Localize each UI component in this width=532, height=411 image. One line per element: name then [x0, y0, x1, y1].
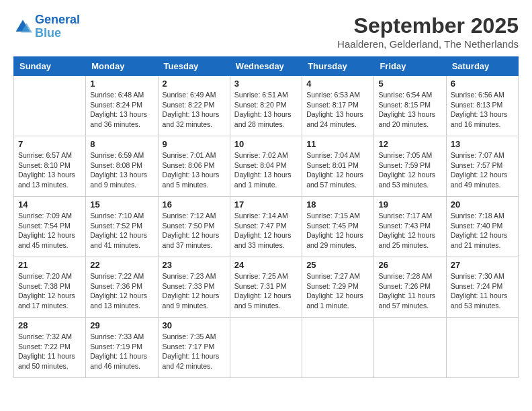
day-number: 9 — [163, 139, 226, 149]
day-number: 30 — [163, 320, 226, 330]
day-number: 21 — [18, 260, 81, 270]
day-cell-13: 13Sunrise: 7:07 AMSunset: 7:57 PMDayligh… — [446, 136, 518, 197]
day-number: 6 — [451, 79, 514, 89]
day-info: Sunrise: 6:51 AMSunset: 8:20 PMDaylight:… — [234, 90, 298, 130]
day-info: Sunrise: 7:09 AMSunset: 7:54 PMDaylight:… — [18, 211, 81, 250]
day-cell-16: 16Sunrise: 7:12 AMSunset: 7:50 PMDayligh… — [158, 197, 230, 257]
day-cell-1: 1Sunrise: 6:48 AMSunset: 8:24 PMDaylight… — [86, 76, 158, 136]
day-cell-7: 7Sunrise: 6:57 AMSunset: 8:10 PMDaylight… — [14, 136, 86, 197]
day-info: Sunrise: 7:15 AMSunset: 7:45 PMDaylight:… — [306, 211, 369, 250]
empty-cell — [374, 318, 446, 378]
calendar: SundayMondayTuesdayWednesdayThursdayFrid… — [13, 56, 519, 378]
day-info: Sunrise: 6:49 AMSunset: 8:22 PMDaylight:… — [163, 90, 226, 130]
day-info: Sunrise: 7:30 AMSunset: 7:24 PMDaylight:… — [451, 271, 514, 311]
day-info: Sunrise: 7:05 AMSunset: 7:59 PMDaylight:… — [378, 150, 441, 190]
day-info: Sunrise: 7:10 AMSunset: 7:52 PMDaylight:… — [90, 211, 153, 250]
day-number: 16 — [163, 199, 226, 210]
day-cell-23: 23Sunrise: 7:23 AMSunset: 7:33 PMDayligh… — [158, 257, 230, 318]
empty-cell — [14, 76, 86, 136]
day-cell-20: 20Sunrise: 7:18 AMSunset: 7:40 PMDayligh… — [446, 197, 518, 257]
day-number: 26 — [378, 260, 441, 270]
day-cell-26: 26Sunrise: 7:28 AMSunset: 7:26 PMDayligh… — [374, 257, 446, 318]
page-header: General Blue September 2025 Haalderen, G… — [13, 13, 519, 50]
day-cell-5: 5Sunrise: 6:54 AMSunset: 8:15 PMDaylight… — [374, 76, 446, 136]
day-number: 11 — [306, 139, 369, 149]
week-row-1: 1Sunrise: 6:48 AMSunset: 8:24 PMDaylight… — [14, 76, 519, 136]
day-info: Sunrise: 7:32 AMSunset: 7:22 PMDaylight:… — [18, 332, 81, 371]
day-number: 15 — [90, 199, 153, 210]
week-row-5: 28Sunrise: 7:32 AMSunset: 7:22 PMDayligh… — [14, 318, 519, 378]
day-info: Sunrise: 7:17 AMSunset: 7:43 PMDaylight:… — [378, 211, 441, 250]
empty-cell — [302, 318, 374, 378]
day-cell-9: 9Sunrise: 7:01 AMSunset: 8:06 PMDaylight… — [158, 136, 230, 197]
weekday-header-tuesday: Tuesday — [158, 57, 230, 76]
day-number: 10 — [234, 139, 298, 149]
day-cell-30: 30Sunrise: 7:35 AMSunset: 7:17 PMDayligh… — [158, 318, 230, 378]
day-info: Sunrise: 7:01 AMSunset: 8:06 PMDaylight:… — [163, 150, 226, 190]
day-number: 5 — [378, 79, 441, 89]
day-number: 22 — [90, 260, 153, 270]
day-info: Sunrise: 6:48 AMSunset: 8:24 PMDaylight:… — [90, 90, 153, 130]
day-number: 13 — [451, 139, 514, 149]
weekday-header-friday: Friday — [374, 57, 446, 76]
day-cell-18: 18Sunrise: 7:15 AMSunset: 7:45 PMDayligh… — [302, 197, 374, 257]
logo-text: General Blue — [35, 13, 80, 40]
title-block: September 2025 Haalderen, Gelderland, Th… — [337, 13, 519, 50]
day-number: 28 — [18, 320, 81, 330]
day-info: Sunrise: 7:22 AMSunset: 7:36 PMDaylight:… — [90, 271, 153, 311]
day-cell-29: 29Sunrise: 7:33 AMSunset: 7:19 PMDayligh… — [86, 318, 158, 378]
day-cell-19: 19Sunrise: 7:17 AMSunset: 7:43 PMDayligh… — [374, 197, 446, 257]
day-info: Sunrise: 7:04 AMSunset: 8:01 PMDaylight:… — [306, 150, 369, 190]
day-number: 29 — [90, 320, 153, 330]
day-info: Sunrise: 6:53 AMSunset: 8:17 PMDaylight:… — [306, 90, 369, 130]
day-number: 27 — [451, 260, 514, 270]
day-info: Sunrise: 7:35 AMSunset: 7:17 PMDaylight:… — [163, 332, 226, 371]
day-info: Sunrise: 6:54 AMSunset: 8:15 PMDaylight:… — [378, 90, 441, 130]
day-number: 25 — [306, 260, 369, 270]
day-cell-27: 27Sunrise: 7:30 AMSunset: 7:24 PMDayligh… — [446, 257, 518, 318]
weekday-header-wednesday: Wednesday — [230, 57, 302, 76]
day-number: 4 — [306, 79, 369, 89]
empty-cell — [230, 318, 302, 378]
day-info: Sunrise: 7:28 AMSunset: 7:26 PMDaylight:… — [378, 271, 441, 311]
day-number: 23 — [163, 260, 226, 270]
week-row-4: 21Sunrise: 7:20 AMSunset: 7:38 PMDayligh… — [14, 257, 519, 318]
day-number: 1 — [90, 79, 153, 89]
day-cell-14: 14Sunrise: 7:09 AMSunset: 7:54 PMDayligh… — [14, 197, 86, 257]
logo-icon — [13, 17, 32, 36]
weekday-header-sunday: Sunday — [14, 57, 86, 76]
day-info: Sunrise: 7:02 AMSunset: 8:04 PMDaylight:… — [234, 150, 298, 190]
day-cell-17: 17Sunrise: 7:14 AMSunset: 7:47 PMDayligh… — [230, 197, 302, 257]
month-title: September 2025 — [337, 13, 519, 38]
day-info: Sunrise: 7:12 AMSunset: 7:50 PMDaylight:… — [163, 211, 226, 250]
day-cell-24: 24Sunrise: 7:25 AMSunset: 7:31 PMDayligh… — [230, 257, 302, 318]
weekday-header-monday: Monday — [86, 57, 158, 76]
day-info: Sunrise: 7:23 AMSunset: 7:33 PMDaylight:… — [163, 271, 226, 311]
day-info: Sunrise: 7:25 AMSunset: 7:31 PMDaylight:… — [234, 271, 298, 311]
day-number: 3 — [234, 79, 298, 89]
day-cell-2: 2Sunrise: 6:49 AMSunset: 8:22 PMDaylight… — [158, 76, 230, 136]
day-cell-22: 22Sunrise: 7:22 AMSunset: 7:36 PMDayligh… — [86, 257, 158, 318]
logo: General Blue — [13, 13, 80, 40]
day-info: Sunrise: 7:33 AMSunset: 7:19 PMDaylight:… — [90, 332, 153, 371]
day-cell-11: 11Sunrise: 7:04 AMSunset: 8:01 PMDayligh… — [302, 136, 374, 197]
weekday-header-row: SundayMondayTuesdayWednesdayThursdayFrid… — [14, 57, 519, 76]
day-number: 2 — [163, 79, 226, 89]
day-cell-10: 10Sunrise: 7:02 AMSunset: 8:04 PMDayligh… — [230, 136, 302, 197]
day-cell-25: 25Sunrise: 7:27 AMSunset: 7:29 PMDayligh… — [302, 257, 374, 318]
day-number: 12 — [378, 139, 441, 149]
day-cell-28: 28Sunrise: 7:32 AMSunset: 7:22 PMDayligh… — [14, 318, 86, 378]
day-number: 18 — [306, 199, 369, 210]
day-cell-6: 6Sunrise: 6:56 AMSunset: 8:13 PMDaylight… — [446, 76, 518, 136]
day-number: 20 — [451, 199, 514, 210]
day-number: 14 — [18, 199, 81, 210]
day-info: Sunrise: 7:27 AMSunset: 7:29 PMDaylight:… — [306, 271, 369, 311]
day-cell-21: 21Sunrise: 7:20 AMSunset: 7:38 PMDayligh… — [14, 257, 86, 318]
day-number: 24 — [234, 260, 298, 270]
day-info: Sunrise: 7:20 AMSunset: 7:38 PMDaylight:… — [18, 271, 81, 311]
day-number: 7 — [18, 139, 81, 149]
day-cell-3: 3Sunrise: 6:51 AMSunset: 8:20 PMDaylight… — [230, 76, 302, 136]
day-info: Sunrise: 6:57 AMSunset: 8:10 PMDaylight:… — [18, 150, 81, 190]
day-cell-12: 12Sunrise: 7:05 AMSunset: 7:59 PMDayligh… — [374, 136, 446, 197]
empty-cell — [446, 318, 518, 378]
